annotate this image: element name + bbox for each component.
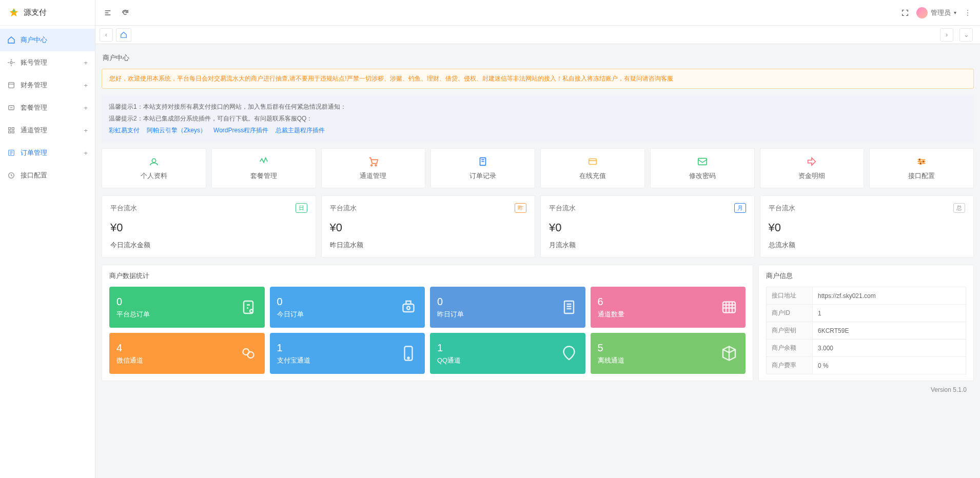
- stat-title: 平台流水: [330, 204, 357, 213]
- quick-card-5[interactable]: 修改密码: [650, 148, 755, 188]
- sidebar-item-4[interactable]: 通道管理+: [0, 119, 95, 142]
- alert-link[interactable]: 阿帕云引擎（Zkeys）: [147, 127, 206, 134]
- stat-card-0: 平台流水日¥0今日流水金额: [102, 195, 316, 257]
- tabs-dropdown[interactable]: ⌄: [959, 28, 973, 42]
- nav-icon: [7, 126, 15, 134]
- quick-card-6[interactable]: 资金明细: [760, 148, 865, 188]
- sidebar-item-0[interactable]: 商户中心: [0, 29, 95, 51]
- info-row: 接口地址https://zf.sky021.com: [767, 287, 966, 305]
- sidebar-item-3[interactable]: 套餐管理+: [0, 96, 95, 119]
- info-value: 1: [813, 305, 966, 322]
- more-icon[interactable]: [964, 9, 972, 17]
- topbar: 管理员 ▾: [95, 0, 980, 26]
- color-card-label: 平台总订单: [116, 310, 150, 319]
- color-card-icon: [399, 298, 418, 316]
- color-card-icon: [399, 344, 418, 363]
- menu-toggle-icon[interactable]: [104, 9, 112, 17]
- alert-link[interactable]: 彩虹易支付: [109, 127, 140, 134]
- quick-icon: [697, 156, 708, 167]
- svg-point-31: [408, 357, 409, 359]
- svg-rect-2: [9, 83, 14, 88]
- nav-icon: [7, 58, 15, 67]
- home-icon: [120, 31, 127, 38]
- tabbar: ‹ › ⌄: [95, 26, 980, 44]
- nav-label: 财务管理: [21, 81, 47, 90]
- svg-point-20: [919, 163, 922, 165]
- color-card-5[interactable]: 1支付宝通道: [270, 333, 425, 374]
- refresh-icon[interactable]: [121, 9, 129, 17]
- info-value: 3.000: [813, 340, 966, 357]
- svg-rect-5: [12, 128, 14, 130]
- main-area: 管理员 ▾ ‹ › ⌄ 商户中心 您好，欢迎使用本系统，平台每日会对交易流水大的…: [95, 0, 980, 478]
- svg-point-29: [247, 352, 253, 358]
- color-card-label: 今日订单: [277, 310, 304, 319]
- quick-icon: [806, 156, 817, 167]
- page-title: 商户中心: [102, 50, 974, 69]
- stat-value: ¥0: [330, 221, 527, 234]
- quick-card-4[interactable]: 在线充值: [540, 148, 645, 188]
- nav-icon: [7, 171, 15, 180]
- sidebar-item-2[interactable]: 财务管理+: [0, 74, 95, 96]
- stat-badge: 日: [296, 203, 307, 213]
- nav-icon: [7, 81, 15, 89]
- tab-home[interactable]: [116, 28, 131, 42]
- svg-point-1: [10, 62, 12, 64]
- color-card-6[interactable]: 1QQ通道: [430, 333, 585, 374]
- sidebar-item-5[interactable]: 订单管理+: [0, 142, 95, 164]
- quick-label: 通道管理: [360, 171, 386, 181]
- color-card-3[interactable]: 6通道数量: [591, 287, 746, 328]
- quick-icon: [148, 156, 160, 167]
- color-card-7[interactable]: 5离线通道: [591, 333, 746, 374]
- quick-icon: [477, 156, 488, 167]
- alert-link[interactable]: 总裁主题程序插件: [276, 127, 325, 134]
- stat-sub: 总流水额: [769, 241, 966, 250]
- color-card-label: QQ通道: [437, 356, 461, 365]
- info-key: 商户密钥: [767, 322, 813, 340]
- quick-card-1[interactable]: 套餐管理: [211, 148, 316, 188]
- stat-badge: 月: [734, 203, 746, 213]
- color-card-4[interactable]: 4微信通道: [109, 333, 265, 374]
- svg-rect-4: [9, 128, 11, 130]
- svg-rect-23: [403, 304, 414, 312]
- color-card-0[interactable]: 0平台总订单: [109, 287, 265, 328]
- stat-sub: 月流水额: [549, 241, 746, 250]
- svg-point-22: [250, 310, 253, 313]
- stat-sub: 昨日流水额: [330, 241, 527, 250]
- quick-label: 套餐管理: [250, 171, 277, 181]
- color-card-label: 微信通道: [116, 356, 143, 365]
- quick-card-2[interactable]: 通道管理: [321, 148, 426, 188]
- sidebar-item-6[interactable]: 接口配置: [0, 164, 95, 187]
- color-card-2[interactable]: 0昨日订单: [430, 287, 585, 328]
- tabs-prev[interactable]: ‹: [100, 28, 113, 42]
- nav-label: 订单管理: [21, 148, 47, 157]
- stat-card-2: 平台流水月¥0月流水额: [540, 195, 755, 257]
- svg-point-12: [967, 14, 968, 15]
- quick-icon: [367, 156, 379, 167]
- color-card-label: 支付宝通道: [277, 356, 310, 365]
- quick-label: 在线充值: [579, 171, 606, 181]
- data-stats-title: 商户数据统计: [109, 271, 746, 281]
- quick-card-7[interactable]: 接口配置: [869, 148, 974, 188]
- svg-rect-24: [406, 301, 411, 304]
- stat-title: 平台流水: [110, 204, 137, 213]
- stat-badge: 昨: [515, 203, 526, 213]
- svg-rect-21: [244, 301, 253, 313]
- tabs-next[interactable]: ›: [940, 28, 953, 42]
- sidebar: 源支付 商户中心账号管理+财务管理+套餐管理+通道管理+订单管理+接口配置: [0, 0, 95, 478]
- user-menu[interactable]: 管理员 ▾: [916, 7, 956, 18]
- alert-link[interactable]: WordPress程序插件: [213, 127, 268, 134]
- quick-card-3[interactable]: 订单记录: [430, 148, 535, 188]
- svg-point-25: [407, 307, 410, 310]
- color-card-1[interactable]: 0今日订单: [270, 287, 425, 328]
- chevron-down-icon: ▾: [954, 10, 956, 15]
- stat-value: ¥0: [549, 221, 746, 234]
- fullscreen-icon[interactable]: [901, 9, 909, 17]
- color-card-icon: [560, 344, 578, 363]
- merchant-info-panel: 商户信息 接口地址https://zf.sky021.com商户ID1商户密钥6…: [758, 265, 974, 381]
- quick-card-0[interactable]: 个人资料: [102, 148, 206, 188]
- plus-icon: +: [84, 82, 88, 89]
- sidebar-item-1[interactable]: 账号管理+: [0, 51, 95, 74]
- info-key: 商户费率: [767, 357, 813, 374]
- info-value: https://zf.sky021.com: [813, 287, 966, 305]
- info-value: 6KCRT59E: [813, 322, 966, 340]
